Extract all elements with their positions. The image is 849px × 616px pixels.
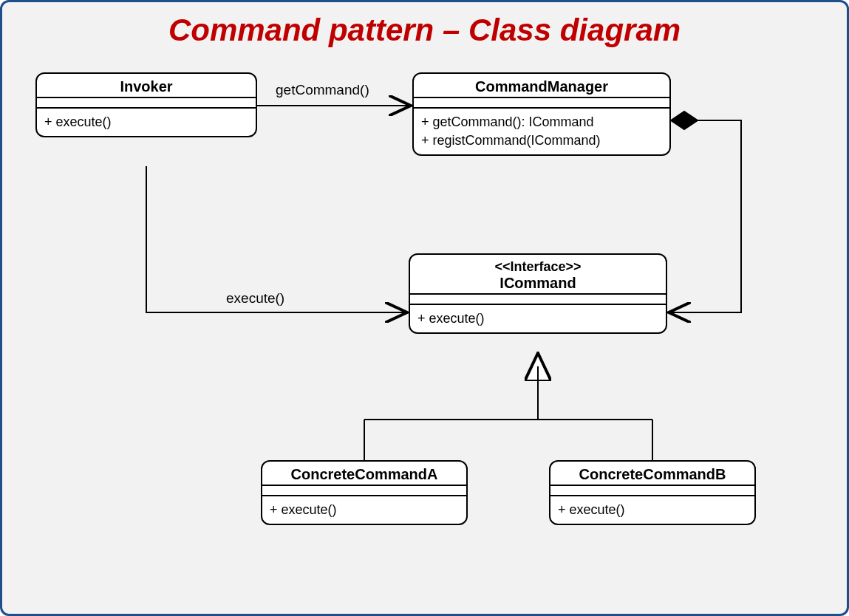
class-concrete-b-attr — [550, 485, 754, 495]
diagram-frame: Command pattern – Class diagram Invoker … — [0, 0, 849, 616]
class-icommand-method: + execute() — [410, 304, 666, 332]
edge-label-getcommand: getCommand() — [276, 82, 369, 98]
edge-manager-composition-icommand — [669, 120, 741, 312]
class-icommand-stereotype: <<Interface>> — [410, 255, 666, 275]
class-command-manager-attr — [414, 97, 669, 107]
class-invoker: Invoker + execute() — [35, 72, 257, 137]
class-concrete-a-name: ConcreteCommandA — [262, 462, 466, 485]
class-concrete-b-method: + execute() — [550, 495, 754, 524]
class-concrete-a-attr — [262, 485, 466, 495]
class-concrete-a: ConcreteCommandA + execute() — [261, 460, 468, 525]
class-icommand-attr — [410, 293, 666, 304]
class-icommand-name: ICommand — [410, 275, 666, 293]
edge-label-execute: execute() — [226, 290, 284, 307]
class-command-manager-methods: + getCommand(): ICommand + registCommand… — [414, 107, 669, 154]
class-invoker-attr — [37, 97, 256, 107]
class-command-manager-method-0: + getCommand(): ICommand — [421, 113, 662, 131]
class-concrete-a-method: + execute() — [262, 495, 466, 524]
class-concrete-b: ConcreteCommandB + execute() — [549, 460, 756, 525]
class-command-manager: CommandManager + getCommand(): ICommand … — [412, 72, 671, 156]
class-invoker-name: Invoker — [37, 74, 256, 97]
class-concrete-b-name: ConcreteCommandB — [550, 462, 754, 485]
class-invoker-method: + execute() — [37, 107, 256, 136]
class-icommand: <<Interface>> ICommand + execute() — [409, 253, 667, 334]
class-command-manager-method-1: + registCommand(ICommand) — [421, 131, 662, 150]
class-command-manager-name: CommandManager — [414, 74, 669, 97]
diagram-title: Command pattern – Class diagram — [2, 13, 847, 48]
